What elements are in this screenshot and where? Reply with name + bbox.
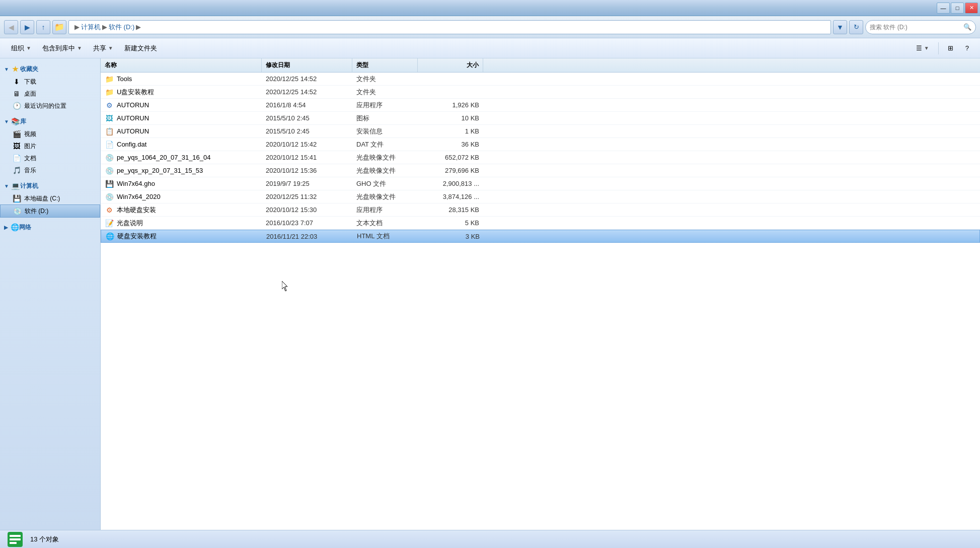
table-row[interactable]: 🌐 硬盘安装教程 2016/11/21 22:03 HTML 文档 3 KB — [101, 230, 980, 243]
sidebar-header-library[interactable]: ▼ 📚 库 — [0, 115, 100, 128]
table-row[interactable]: 🖼 AUTORUN 2015/5/10 2:45 图标 10 KB — [101, 112, 980, 125]
column-header-date[interactable]: 修改日期 — [262, 58, 352, 72]
file-name-cell: 📁 U盘安装教程 — [101, 86, 262, 98]
up-button[interactable]: ↑ — [36, 20, 50, 34]
view-button[interactable]: ☰ ▼ — [911, 41, 934, 55]
toolbar-separator — [938, 42, 939, 54]
file-type-icon: 💾 — [105, 179, 114, 188]
sidebar-item-documents[interactable]: 📄 文档 — [0, 152, 100, 164]
music-icon: 🎵 — [12, 166, 21, 175]
sidebar-section-computer: ▼ 💻 计算机 💾 本地磁盘 (C:) 💿 软件 (D:) — [0, 179, 100, 218]
sidebar-item-pictures[interactable]: 🖼 图片 — [0, 140, 100, 152]
column-header-size[interactable]: 大小 — [418, 58, 483, 72]
table-row[interactable]: 💿 pe_yqs_xp_20_07_31_15_53 2020/10/12 15… — [101, 164, 980, 177]
documents-icon: 📄 — [12, 154, 21, 163]
path-separator-3: ▶ — [136, 23, 141, 31]
file-name-cell: 📁 Tools — [101, 73, 262, 85]
file-name-cell: 💿 pe_yqs_1064_20_07_31_16_04 — [101, 151, 262, 164]
file-list-header: 名称 修改日期 类型 大小 — [101, 58, 980, 73]
include-library-button[interactable]: 包含到库中 ▼ — [37, 41, 87, 55]
file-date: 2016/11/21 22:03 — [262, 230, 353, 242]
file-name-cell: 🖼 AUTORUN — [101, 112, 262, 124]
layout-button[interactable]: ⊞ — [943, 41, 958, 55]
file-type-icon: 📁 — [105, 75, 114, 84]
close-button[interactable]: ✕ — [965, 3, 978, 14]
file-date: 2016/10/23 7:07 — [262, 217, 352, 229]
library-label: 库 — [20, 117, 26, 126]
file-type-label: GHO 文件 — [352, 177, 418, 190]
status-app-icon — [6, 531, 24, 548]
new-folder-button[interactable]: 新建文件夹 — [119, 41, 162, 55]
file-type-icon: 📝 — [105, 219, 114, 228]
file-size: 36 KB — [418, 138, 483, 151]
table-row[interactable]: 📁 Tools 2020/12/25 14:52 文件夹 — [101, 73, 980, 86]
file-type-icon: 🖼 — [105, 114, 114, 123]
desktop-icon: 🖥 — [12, 89, 21, 98]
table-row[interactable]: 💿 pe_yqs_1064_20_07_31_16_04 2020/10/12 … — [101, 151, 980, 164]
file-name-cell: 🌐 硬盘安装教程 — [101, 230, 262, 242]
new-folder-label: 新建文件夹 — [124, 44, 157, 53]
forward-button[interactable]: ▶ — [20, 20, 34, 34]
sidebar-item-drive-c[interactable]: 💾 本地磁盘 (C:) — [0, 192, 100, 204]
table-row[interactable]: 💾 Win7x64.gho 2019/9/7 19:25 GHO 文件 2,90… — [101, 177, 980, 190]
search-box[interactable]: 🔍 — [865, 20, 976, 34]
file-name: Config.dat — [117, 141, 146, 148]
file-type-label: 安装信息 — [352, 125, 418, 138]
organize-button[interactable]: 组织 ▼ — [6, 41, 36, 55]
network-arrow: ▶ — [4, 225, 8, 230]
sidebar-item-downloads[interactable]: ⬇ 下载 — [0, 76, 100, 88]
help-button[interactable]: ? — [960, 41, 974, 55]
video-icon: 🎬 — [12, 129, 21, 139]
table-row[interactable]: ⚙ AUTORUN 2016/1/8 4:54 应用程序 1,926 KB — [101, 99, 980, 112]
table-row[interactable]: 💿 Win7x64_2020 2020/12/25 11:32 光盘映像文件 3… — [101, 190, 980, 203]
sidebar-header-network[interactable]: ▶ 🌐 网络 — [0, 221, 100, 234]
sidebar-header-favorites[interactable]: ▼ ★ 收藏夹 — [0, 62, 100, 76]
view-dropdown-arrow: ▼ — [924, 45, 929, 51]
svg-rect-2 — [10, 538, 21, 540]
sidebar-item-drive-d[interactable]: 💿 软件 (D:) — [0, 204, 100, 218]
file-size — [418, 73, 483, 85]
file-type-label: 图标 — [352, 112, 418, 124]
file-name: Tools — [117, 75, 132, 83]
path-drive[interactable]: 软件 (D:) — [109, 23, 134, 32]
minimize-button[interactable]: — — [937, 3, 950, 14]
address-path-bar[interactable]: ▶ 计算机 ▶ 软件 (D:) ▶ — [68, 20, 831, 34]
sidebar-item-desktop[interactable]: 🖥 桌面 — [0, 88, 100, 100]
file-name: pe_yqs_1064_20_07_31_16_04 — [117, 154, 211, 161]
sidebar-item-music[interactable]: 🎵 音乐 — [0, 164, 100, 176]
table-row[interactable]: ⚙ 本地硬盘安装 2020/10/12 15:30 应用程序 28,315 KB — [101, 203, 980, 217]
file-size: 5 KB — [418, 217, 483, 229]
include-dropdown-arrow: ▼ — [77, 45, 82, 51]
folder-icon-nav: 📁 — [52, 20, 66, 34]
refresh-button[interactable]: ↻ — [849, 20, 863, 34]
sidebar-header-computer[interactable]: ▼ 💻 计算机 — [0, 179, 100, 192]
table-row[interactable]: 📋 AUTORUN 2015/5/10 2:45 安装信息 1 KB — [101, 125, 980, 138]
column-header-type[interactable]: 类型 — [352, 58, 418, 72]
path-separator-1: ▶ — [74, 23, 80, 31]
maximize-button[interactable]: □ — [951, 3, 964, 14]
back-button[interactable]: ◀ — [4, 20, 18, 34]
file-type-label: 光盘映像文件 — [352, 164, 418, 177]
file-name: 本地硬盘安装 — [117, 206, 156, 215]
sidebar-item-recent[interactable]: 🕐 最近访问的位置 — [0, 100, 100, 112]
include-library-label: 包含到库中 — [42, 44, 75, 53]
search-icon[interactable]: 🔍 — [963, 23, 971, 31]
dropdown-path-button[interactable]: ▼ — [833, 20, 847, 34]
share-button[interactable]: 共享 ▼ — [88, 41, 118, 55]
table-row[interactable]: 📁 U盘安装教程 2020/12/25 14:52 文件夹 — [101, 86, 980, 99]
sidebar: ▼ ★ 收藏夹 ⬇ 下载 🖥 桌面 🕐 最近访问的位置 ▼ 📚 库 — [0, 58, 101, 530]
file-type-icon: 📋 — [105, 127, 114, 136]
search-input[interactable] — [870, 24, 961, 31]
column-header-name[interactable]: 名称 — [101, 58, 262, 72]
table-row[interactable]: 📄 Config.dat 2020/10/12 15:42 DAT 文件 36 … — [101, 138, 980, 151]
sidebar-item-video[interactable]: 🎬 视频 — [0, 128, 100, 140]
file-name-cell: 💿 Win7x64_2020 — [101, 190, 262, 203]
file-type-label: 应用程序 — [352, 99, 418, 111]
table-row[interactable]: 📝 光盘说明 2016/10/23 7:07 文本文档 5 KB — [101, 217, 980, 230]
svg-rect-1 — [10, 535, 21, 537]
file-name-cell: 📄 Config.dat — [101, 138, 262, 151]
music-label: 音乐 — [24, 166, 36, 175]
path-computer[interactable]: 计算机 — [81, 23, 101, 32]
toolbar: 组织 ▼ 包含到库中 ▼ 共享 ▼ 新建文件夹 ☰ ▼ ⊞ ? — [0, 38, 980, 58]
file-name-cell: 📋 AUTORUN — [101, 125, 262, 138]
